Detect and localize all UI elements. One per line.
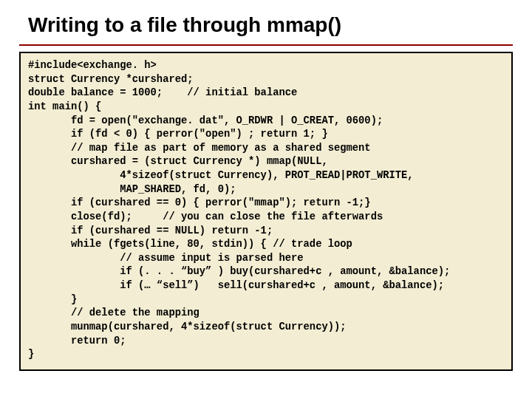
slide-title: Writing to a file through mmap() <box>28 13 519 37</box>
code-block: #include<exchange. h> struct Currency *c… <box>19 52 513 371</box>
title-underline <box>19 44 513 46</box>
slide: Writing to a file through mmap() #includ… <box>0 0 532 399</box>
